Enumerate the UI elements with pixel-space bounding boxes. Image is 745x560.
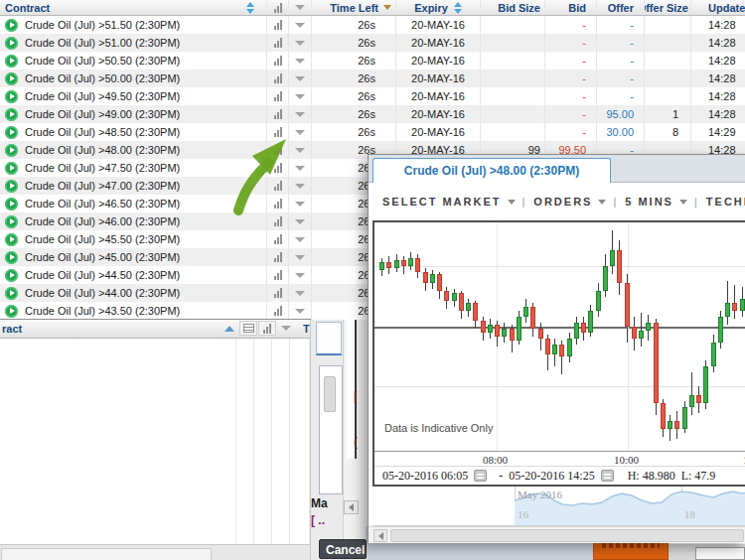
calendar-icon[interactable] (601, 470, 614, 482)
contract-cell[interactable]: Crude Oil (Jul) >49.50 (2:30PM) (0, 87, 266, 105)
row-chart-button[interactable] (266, 177, 288, 195)
scroll-left-button[interactable] (373, 529, 387, 542)
row-caret-button[interactable] (288, 141, 311, 159)
offer-cell[interactable]: - (596, 16, 644, 34)
sort-icon[interactable] (454, 2, 462, 14)
play-icon[interactable] (5, 269, 18, 282)
contract-cell[interactable]: Crude Oil (Jul) >45.00 (2:30PM) (0, 248, 266, 266)
row-chart-button[interactable] (266, 87, 288, 105)
row-chart-button[interactable] (266, 266, 288, 284)
row-caret-button[interactable] (288, 159, 311, 177)
row-chart-button[interactable] (266, 248, 288, 266)
header-time-left[interactable]: Time Left (311, 0, 395, 15)
play-icon[interactable] (5, 108, 18, 121)
row-caret-button[interactable] (288, 123, 311, 141)
offer-cell[interactable]: - (596, 52, 644, 70)
play-icon[interactable] (5, 126, 18, 139)
play-icon[interactable] (5, 180, 18, 193)
row-chart-button[interactable] (266, 123, 288, 141)
bid-cell[interactable]: - (544, 123, 596, 141)
row-caret-button[interactable] (288, 302, 311, 320)
header-contract[interactable]: Contract (0, 0, 266, 15)
row-caret-button[interactable] (288, 195, 311, 212)
contract-cell[interactable]: Crude Oil (Jul) >44.50 (2:30PM) (0, 266, 266, 284)
row-chart-button[interactable] (266, 284, 288, 302)
contract-cell[interactable]: Crude Oil (Jul) >50.50 (2:30PM) (0, 52, 266, 70)
row-chart-button[interactable] (266, 302, 288, 320)
row-chart-button[interactable] (266, 212, 288, 230)
toolbar-item-5-mins[interactable]: 5 MINS (625, 196, 687, 208)
row-chart-button[interactable] (266, 16, 288, 34)
cancel-button[interactable]: Cancel (319, 539, 367, 559)
row-chart-button[interactable] (266, 141, 288, 159)
row-caret-button[interactable] (288, 105, 311, 123)
play-icon[interactable] (5, 37, 18, 50)
play-icon[interactable] (5, 305, 18, 318)
play-icon[interactable] (5, 19, 18, 32)
row-caret-button[interactable] (288, 70, 311, 87)
contract-cell[interactable]: Crude Oil (Jul) >51.00 (2:30PM) (0, 34, 266, 52)
bid-cell[interactable]: - (544, 70, 596, 87)
sort-icon[interactable] (246, 2, 254, 14)
contract-cell[interactable]: Crude Oil (Jul) >51.50 (2:30PM) (0, 16, 266, 34)
popup-horizontal-scrollbar[interactable] (369, 526, 745, 543)
table-row[interactable]: Crude Oil (Jul) >49.00 (2:30PM)26s20-MAY… (0, 105, 745, 123)
header-updated[interactable]: Updated (690, 0, 745, 15)
contract-cell[interactable]: Crude Oil (Jul) >48.50 (2:30PM) (0, 123, 266, 141)
contract-cell[interactable]: Crude Oil (Jul) >44.00 (2:30PM) (0, 284, 266, 302)
row-chart-button[interactable] (266, 105, 288, 123)
toolbar-item-select-market[interactable]: SELECT MARKET (382, 196, 516, 208)
chart-navigator[interactable]: May 2016 16 18 (372, 487, 745, 526)
row-caret-button[interactable] (288, 284, 311, 302)
row-caret-button[interactable] (288, 212, 311, 230)
play-icon[interactable] (5, 90, 18, 103)
play-icon[interactable] (5, 287, 18, 300)
table-row[interactable]: Crude Oil (Jul) >51.00 (2:30PM)26s20-MAY… (0, 34, 745, 52)
row-caret-button[interactable] (288, 16, 311, 34)
row-chart-button[interactable] (266, 52, 288, 70)
contract-cell[interactable]: Crude Oil (Jul) >46.00 (2:30PM) (0, 212, 266, 230)
row-caret-button[interactable] (288, 34, 311, 52)
toolbar-item-technical[interactable]: TECHNICAL (706, 196, 745, 208)
table-row[interactable]: Crude Oil (Jul) >49.50 (2:30PM)26s20-MAY… (0, 87, 745, 105)
row-caret-button[interactable] (288, 230, 311, 248)
table-row[interactable]: Crude Oil (Jul) >48.50 (2:30PM)26s20-MAY… (0, 123, 745, 141)
row-caret-button[interactable] (288, 248, 311, 266)
scrollbar-thumb[interactable] (324, 376, 336, 412)
play-icon[interactable] (5, 72, 18, 85)
bid-cell[interactable]: - (544, 52, 596, 70)
header-offer[interactable]: Offer (596, 0, 644, 15)
play-icon[interactable] (5, 55, 18, 68)
tab-crude-oil-48[interactable]: Crude Oil (Jul) >48.00 (2:30PM) (372, 158, 611, 183)
bid-cell[interactable]: - (544, 16, 596, 34)
row-chart-button[interactable] (266, 230, 288, 248)
play-icon[interactable] (5, 233, 18, 246)
row-caret-button[interactable] (288, 266, 311, 284)
row-chart-button[interactable] (266, 195, 288, 212)
grid-view-button[interactable] (239, 321, 257, 336)
offer-cell[interactable]: - (596, 70, 644, 87)
header-bid-size[interactable]: Bid Size (480, 0, 544, 15)
range-to-value[interactable]: 05-20-2016 14:25 (509, 469, 594, 484)
play-icon[interactable] (5, 198, 18, 210)
row-caret-button[interactable] (288, 177, 311, 195)
contract-cell[interactable]: Crude Oil (Jul) >45.50 (2:30PM) (0, 230, 266, 248)
header-expiry[interactable]: Expiry (395, 0, 480, 15)
table-row[interactable]: Crude Oil (Jul) >50.50 (2:30PM)26s20-MAY… (0, 52, 745, 70)
offer-cell[interactable]: 95.00 (596, 105, 644, 123)
play-icon[interactable] (5, 144, 18, 157)
header-offer-size[interactable]: Offer Size (644, 0, 690, 15)
contract-cell[interactable]: Crude Oil (Jul) >49.00 (2:30PM) (0, 105, 266, 123)
panel-caret-button[interactable] (277, 321, 295, 336)
offer-cell[interactable]: - (596, 34, 644, 52)
row-caret-button[interactable] (288, 52, 311, 70)
play-icon[interactable] (5, 162, 18, 175)
sort-asc-icon[interactable] (224, 326, 234, 332)
table-row[interactable]: Crude Oil (Jul) >50.00 (2:30PM)26s20-MAY… (0, 70, 745, 87)
row-chart-button[interactable] (266, 159, 288, 177)
bid-cell[interactable]: - (544, 87, 596, 105)
contract-cell[interactable]: Crude Oil (Jul) >48.00 (2:30PM) (0, 141, 266, 159)
toolbar-item-orders[interactable]: ORDERS (533, 196, 606, 208)
contract-cell[interactable]: Crude Oil (Jul) >47.50 (2:30PM) (0, 159, 266, 177)
contract-cell[interactable]: Crude Oil (Jul) >50.00 (2:30PM) (0, 70, 266, 87)
